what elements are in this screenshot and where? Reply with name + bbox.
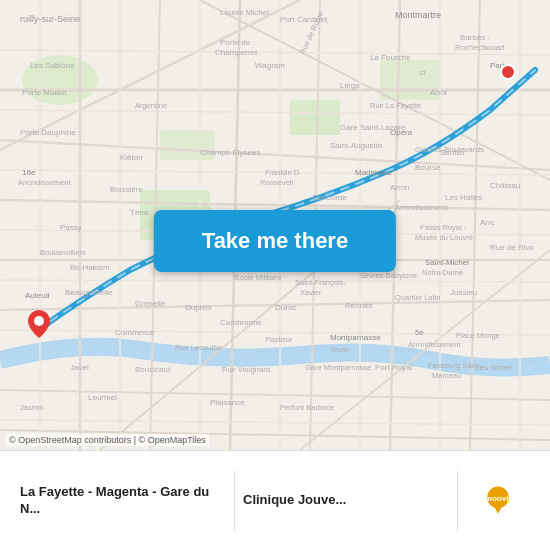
svg-text:cl: cl — [420, 68, 426, 77]
svg-text:Champs-Élysées: Champs-Élysées — [200, 148, 260, 157]
svg-text:Louise Michel: Louise Michel — [220, 8, 269, 17]
svg-text:Les Halles: Les Halles — [445, 193, 482, 202]
svg-text:La Fourche: La Fourche — [370, 53, 411, 62]
svg-text:Wagram: Wagram — [255, 61, 285, 70]
svg-text:Rue Lecourbe: Rue Lecourbe — [175, 343, 222, 352]
app: ruilly-sur-Seine Montmartre Barbès - Roc… — [0, 0, 550, 550]
svg-text:Plaisance: Plaisance — [210, 398, 245, 407]
svg-text:Kléber: Kléber — [120, 153, 143, 162]
svg-text:Les Sablons: Les Sablons — [30, 61, 74, 70]
svg-text:Château: Château — [490, 181, 520, 190]
svg-text:Opéra: Opéra — [390, 128, 413, 137]
svg-text:Rennes: Rennes — [345, 301, 373, 310]
svg-text:Gare Montparnasse: Gare Montparnasse — [305, 363, 371, 372]
svg-text:Arrondissement: Arrondissement — [395, 203, 448, 212]
svg-text:Concorde: Concorde — [312, 193, 347, 202]
svg-text:Bir-Hakeim: Bir-Hakeim — [70, 263, 110, 272]
svg-text:Musée du Louvre: Musée du Louvre — [415, 233, 473, 242]
svg-text:Montmartre: Montmartre — [395, 10, 441, 20]
svg-text:Arrondissement: Arrondissement — [18, 178, 71, 187]
svg-text:5e: 5e — [415, 328, 423, 337]
svg-text:Liège: Liège — [340, 81, 360, 90]
svg-text:Porte Dauphine: Porte Dauphine — [20, 128, 76, 137]
svg-text:Grenelle: Grenelle — [135, 299, 166, 308]
svg-text:Boucicaut: Boucicaut — [135, 365, 171, 374]
svg-text:Sentier: Sentier — [440, 148, 466, 157]
svg-text:Marceau: Marceau — [432, 371, 461, 380]
svg-text:Xavier: Xavier — [300, 288, 322, 297]
svg-text:Boissière: Boissière — [110, 185, 143, 194]
svg-text:Commerce: Commerce — [115, 328, 155, 337]
svg-text:Arroi: Arroi — [430, 88, 447, 97]
svg-text:Champerret: Champerret — [215, 48, 258, 57]
svg-text:Téna: Téna — [130, 208, 149, 217]
svg-text:Duroc: Duroc — [275, 303, 296, 312]
take-me-there-button[interactable]: Take me there — [154, 210, 396, 272]
svg-text:Porte de: Porte de — [220, 38, 251, 47]
svg-text:Montparnasse: Montparnasse — [330, 333, 381, 342]
svg-text:Port Royal: Port Royal — [375, 363, 413, 372]
map-attribution: © OpenStreetMap contributors | © OpenMap… — [6, 434, 209, 446]
destination-station-name: Clinique Jouve... — [243, 492, 449, 509]
svg-text:Jussieu: Jussieu — [450, 288, 477, 297]
svg-text:Barbès -: Barbès - — [460, 33, 491, 42]
svg-text:École Militaire: École Militaire — [235, 273, 282, 282]
svg-text:Rue Vaugirard: Rue Vaugirard — [222, 365, 270, 374]
svg-text:Lourmel: Lourmel — [88, 393, 117, 402]
svg-text:Franklin D.: Franklin D. — [265, 168, 301, 177]
svg-text:Beaugrenelle: Beaugrenelle — [65, 288, 113, 297]
svg-text:Bourse: Bourse — [415, 163, 441, 172]
svg-text:Saint-Augustin: Saint-Augustin — [330, 141, 382, 150]
svg-text:Boulainvilliers: Boulainvilliers — [40, 248, 86, 257]
svg-text:Dupleix: Dupleix — [185, 303, 212, 312]
svg-point-124 — [501, 65, 515, 79]
destination-station-info: Clinique Jouve... — [235, 492, 457, 509]
svg-text:moovit: moovit — [485, 494, 512, 503]
svg-text:Cambronne: Cambronne — [220, 318, 262, 327]
svg-text:Rue de Rivo: Rue de Rivo — [490, 243, 535, 252]
map-container: ruilly-sur-Seine Montmartre Barbès - Roc… — [0, 0, 550, 450]
moovit-icon: moovit — [480, 483, 516, 519]
svg-text:Perfunt Barboce: Perfunt Barboce — [280, 403, 334, 412]
svg-text:ruilly-sur-Seine: ruilly-sur-Seine — [20, 14, 80, 24]
svg-text:Jasmin: Jasmin — [20, 403, 44, 412]
svg-text:Saint-François-: Saint-François- — [295, 278, 346, 287]
svg-text:Les Gobel: Les Gobel — [475, 363, 512, 372]
svg-text:Notre-Dame: Notre-Dame — [422, 268, 463, 277]
svg-point-123 — [34, 316, 44, 326]
svg-text:Place Monge: Place Monge — [456, 331, 500, 340]
svg-text:Arrc: Arrc — [480, 218, 495, 227]
svg-text:Roosevelt: Roosevelt — [260, 178, 294, 187]
svg-text:Auteuil: Auteuil — [25, 291, 50, 300]
svg-text:Arrondissement: Arrondissement — [408, 340, 461, 349]
svg-rect-2 — [290, 100, 340, 135]
svg-text:Passy: Passy — [60, 223, 82, 232]
origin-station-info: La Fayette - Magenta - Gare du N... — [12, 484, 234, 518]
svg-text:Quartier Latin: Quartier Latin — [395, 293, 440, 302]
bottom-bar: La Fayette - Magenta - Gare du N... Clin… — [0, 450, 550, 550]
svg-text:Rue La Fayette: Rue La Fayette — [370, 101, 421, 110]
svg-marker-127 — [494, 507, 501, 513]
svg-text:Javel: Javel — [70, 363, 89, 372]
origin-station-name: La Fayette - Magenta - Gare du N... — [20, 484, 226, 518]
moovit-logo: moovit — [458, 483, 538, 519]
svg-text:Arron: Arron — [390, 183, 410, 192]
svg-text:Vavin: Vavin — [330, 345, 349, 354]
svg-text:Rochechouart: Rochechouart — [455, 43, 506, 52]
svg-text:Saint-Michel: Saint-Michel — [425, 258, 469, 267]
svg-text:Madeleine: Madeleine — [355, 168, 392, 177]
svg-text:16e: 16e — [22, 168, 36, 177]
svg-text:Porte Maillot: Porte Maillot — [22, 88, 67, 97]
svg-text:Sèvres-Babylone: Sèvres-Babylone — [360, 271, 417, 280]
svg-text:Argentine: Argentine — [135, 101, 167, 110]
svg-text:Palais Royal -: Palais Royal - — [420, 223, 467, 232]
svg-text:Pasteur: Pasteur — [265, 335, 293, 344]
